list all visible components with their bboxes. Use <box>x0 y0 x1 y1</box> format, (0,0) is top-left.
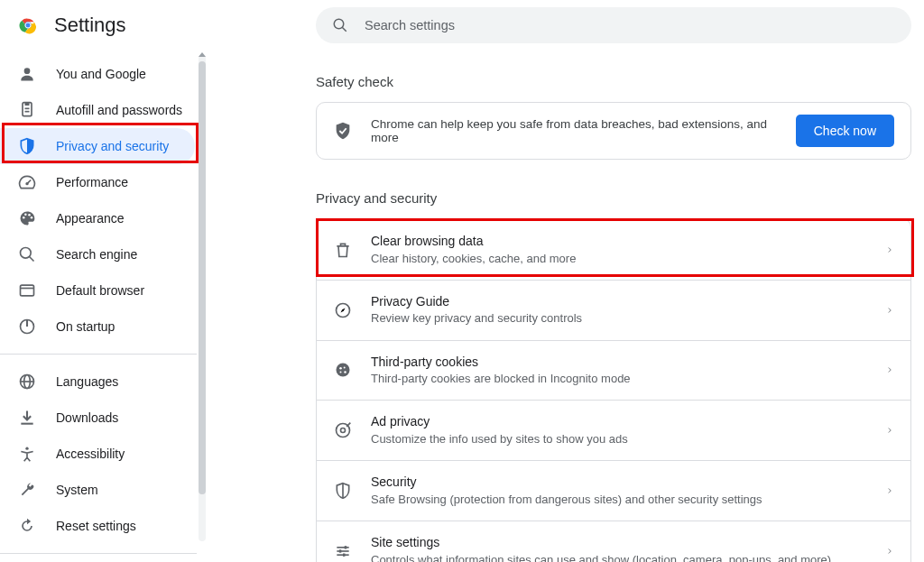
sidebar-item-label: Search engine <box>56 247 137 262</box>
sidebar-item-label: Languages <box>56 374 118 389</box>
row-ad-privacy[interactable]: Ad privacy Customize the info used by si… <box>317 400 910 460</box>
row-site-settings[interactable]: Site settings Controls what information … <box>317 521 910 562</box>
header: Settings <box>0 0 217 51</box>
chevron-right-icon <box>885 245 894 254</box>
sidebar-item-autofill[interactable]: Autofill and passwords <box>0 92 195 128</box>
row-title: Site settings <box>371 534 867 552</box>
row-subtitle: Safe Browsing (protection from dangerous… <box>371 492 867 508</box>
row-subtitle: Clear history, cookies, cache, and more <box>371 251 867 267</box>
safety-check-title: Safety check <box>316 74 915 89</box>
sidebar-divider <box>0 354 197 355</box>
sidebar-item-appearance[interactable]: Appearance <box>0 200 195 236</box>
shield-icon <box>18 137 36 155</box>
sidebar-item-default-browser[interactable]: Default browser <box>0 272 195 309</box>
shield-check-icon <box>333 121 353 141</box>
sidebar-item-you-and-google[interactable]: You and Google <box>0 56 195 92</box>
accessibility-icon <box>18 445 36 463</box>
safety-check-card: Chrome can help keep you safe from data … <box>316 102 911 160</box>
row-title: Privacy Guide <box>371 293 867 311</box>
row-third-party-cookies[interactable]: Third-party cookies Third-party cookies … <box>317 340 910 401</box>
trash-icon <box>333 240 353 260</box>
row-title: Clear browsing data <box>371 233 867 251</box>
speedometer-icon <box>18 173 36 191</box>
sidebar-item-performance[interactable]: Performance <box>0 164 195 200</box>
scrollbar-thumb[interactable] <box>199 61 206 494</box>
chevron-right-icon <box>885 306 894 315</box>
sidebar-item-languages[interactable]: Languages <box>0 364 195 400</box>
row-title: Third-party cookies <box>371 354 867 372</box>
row-subtitle: Third-party cookies are blocked in Incog… <box>371 371 867 387</box>
page-title: Settings <box>54 14 126 37</box>
row-title: Ad privacy <box>371 413 867 431</box>
search-icon <box>18 245 36 263</box>
sidebar-item-label: Autofill and passwords <box>56 103 182 117</box>
row-clear-browsing-data[interactable]: Clear browsing data Clear history, cooki… <box>317 219 910 280</box>
row-subtitle: Review key privacy and security controls <box>371 310 867 327</box>
safety-check-message: Chrome can help keep you safe from data … <box>371 117 778 144</box>
sidebar-scrollbar[interactable] <box>199 54 206 541</box>
search-icon <box>332 17 348 33</box>
browser-icon <box>18 281 36 299</box>
sidebar-item-on-startup[interactable]: On startup <box>0 309 195 345</box>
sidebar: Settings You and Google Autofill and pas… <box>0 0 217 562</box>
sidebar-item-downloads[interactable]: Downloads <box>0 400 195 436</box>
chevron-right-icon <box>885 547 894 556</box>
person-icon <box>18 65 36 83</box>
sidebar-item-label: On startup <box>56 319 115 334</box>
sidebar-item-search-engine[interactable]: Search engine <box>0 236 195 272</box>
chevron-right-icon <box>885 426 894 435</box>
sidebar-item-label: Privacy and security <box>56 139 169 153</box>
row-privacy-guide[interactable]: Privacy Guide Review key privacy and sec… <box>317 280 910 340</box>
sidebar-item-system[interactable]: System <box>0 472 195 508</box>
globe-icon <box>18 373 36 391</box>
row-subtitle: Controls what information sites can use … <box>371 552 867 563</box>
row-security[interactable]: Security Safe Browsing (protection from … <box>317 460 910 521</box>
shield-icon <box>333 481 353 501</box>
sidebar-item-accessibility[interactable]: Accessibility <box>0 436 195 472</box>
check-now-button[interactable]: Check now <box>796 115 894 147</box>
sidebar-item-label: Default browser <box>56 283 144 298</box>
privacy-settings-list: Clear browsing data Clear history, cooki… <box>316 218 911 562</box>
sidebar-item-label: Appearance <box>56 211 125 226</box>
palette-icon <box>18 209 36 227</box>
sidebar-divider <box>0 553 197 554</box>
sidebar-item-privacy-security[interactable]: Privacy and security <box>0 128 195 164</box>
download-icon <box>18 409 36 427</box>
ad-target-icon <box>333 420 353 440</box>
sidebar-item-label: System <box>56 483 98 497</box>
row-title: Security <box>371 474 867 492</box>
sidebar-scroll: You and Google Autofill and passwords Pr… <box>0 51 217 562</box>
autofill-icon <box>18 101 36 119</box>
sidebar-item-label: Downloads <box>56 410 118 425</box>
sidebar-item-label: Accessibility <box>56 447 125 461</box>
scroll-up-icon <box>199 52 206 57</box>
sliders-icon <box>333 541 353 561</box>
wrench-icon <box>18 481 36 499</box>
chrome-logo-icon <box>18 15 38 35</box>
chevron-right-icon <box>885 365 894 374</box>
sidebar-item-label: Reset settings <box>56 519 136 533</box>
privacy-section-title: Privacy and security <box>316 190 915 206</box>
reset-icon <box>18 517 36 535</box>
search-input[interactable] <box>363 17 895 33</box>
compass-icon <box>333 300 353 320</box>
power-icon <box>18 318 36 336</box>
search-bar[interactable] <box>316 7 911 43</box>
cookie-icon <box>333 360 353 380</box>
sidebar-item-label: Performance <box>56 175 128 189</box>
row-subtitle: Customize the info used by sites to show… <box>371 431 867 447</box>
sidebar-item-reset-settings[interactable]: Reset settings <box>0 508 195 544</box>
chevron-right-icon <box>885 486 894 495</box>
sidebar-item-label: You and Google <box>56 67 146 81</box>
main-content: Safety check Chrome can help keep you sa… <box>217 0 924 562</box>
